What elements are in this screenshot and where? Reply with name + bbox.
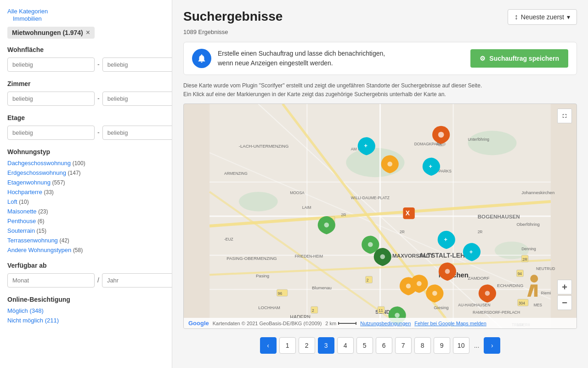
wohnungstyp-link[interactable]: Souterrain (15) [7,227,46,234]
sort-dropdown[interactable]: ↕ Neueste zuerst ▾ [508,9,577,25]
wohnungstyp-link[interactable]: Andere Wohnungstypen (58) [7,247,83,253]
sort-label: Neueste zuerst [521,13,564,21]
map-terms-link[interactable]: Nutzungsbedingungen [360,321,411,326]
zimmer-from[interactable] [7,92,95,106]
svg-text:FRIEDEN-HEIM: FRIEDEN-HEIM [295,254,323,259]
pagination-page-1[interactable]: 1 [279,337,296,354]
active-filter-tag: Mietwohnungen (1.974) × [7,27,95,39]
breadcrumb-sub[interactable]: Immobilien [13,15,42,22]
search-alert-left: Erstelle einen Suchauftrag und lasse dic… [192,49,385,68]
pagination-page-3[interactable]: 3 [318,337,334,354]
zimmer-sep: - [97,95,100,102]
etage-from[interactable] [7,126,95,140]
wohnungstyp-link[interactable]: Etagenwohnung (557) [7,179,65,186]
alert-text: Erstelle einen Suchauftrag und lasse dic… [218,49,385,68]
svg-text:+: + [429,163,432,170]
pagination-page-8[interactable]: 8 [414,337,431,354]
breadcrumb: Alle Kategorien Immobilien [7,7,164,22]
sidebar: Alle Kategorien Immobilien Mietwohnungen… [0,0,172,368]
pagination: ‹ 1 2 3 4 5 6 7 8 9 10 ... › [183,337,577,358]
breadcrumb-separator [51,7,53,15]
verfuegbar-month[interactable] [7,273,95,288]
list-item: Etagenwohnung (557) [7,178,164,186]
map-zoom-in[interactable]: + [557,280,572,294]
list-item: Dachgeschosswohnung (100) [7,159,164,167]
svg-text:NEUTRUD: NEUTRUD [536,266,555,271]
svg-text:Oberföhring: Oberföhring [517,222,540,227]
online-list: Möglich (348)Nicht möglich (211) [7,307,164,324]
svg-text:AU-HAIDHAUSEN: AU-HAIDHAUSEN [458,303,490,308]
list-item: Nicht möglich (211) [7,316,164,324]
results-count: 1089 Ergebnisse [183,29,577,35]
zimmer-to[interactable] [102,92,172,106]
zimmer-label: Zimmer [7,80,164,87]
wohnungstyp-link[interactable]: Terrassenwohnung (42) [7,237,69,244]
online-link[interactable]: Nicht möglich (211) [7,317,59,324]
wohnflaeche-to[interactable] [102,58,172,72]
svg-point-94 [417,281,422,286]
svg-text:+: + [444,236,447,243]
breadcrumb-all[interactable]: Alle Kategorien [7,8,48,15]
etage-range: - › [7,125,164,140]
wohnflaeche-range: - › [7,57,164,72]
save-search-button[interactable]: ⚙ Suchauftrag speichern [470,49,568,68]
svg-text:MOOSA: MOOSA [290,191,305,196]
wohnungstyp-link[interactable]: Loft (10) [7,198,29,205]
etage-to[interactable] [102,126,172,140]
svg-text:2R: 2R [400,230,405,235]
pagination-page-7[interactable]: 7 [395,337,412,354]
map-zoom-out[interactable]: − [557,295,572,310]
save-search-label: Suchauftrag speichern [489,55,559,62]
map-report-link[interactable]: Fehler bei Google Maps melden [414,321,486,326]
svg-text:Unterföhring: Unterföhring [468,137,489,142]
svg-point-83 [387,162,392,167]
svg-point-98 [530,275,538,283]
wohnungstyp-link[interactable]: Maisonette (23) [7,208,48,215]
active-filter-close[interactable]: × [86,29,90,36]
list-item: Maisonette (23) [7,207,164,215]
search-alert-banner: Erstelle einen Suchauftrag und lasse dic… [183,42,577,75]
svg-text:ARMENZING: ARMENZING [224,171,248,176]
svg-text:Blumenau: Blumenau [312,286,332,291]
map-logo: Google [188,320,209,327]
online-link[interactable]: Möglich (348) [7,307,44,314]
svg-point-90 [368,242,373,247]
svg-text:WILLI-DAUME-PLATZ: WILLI-DAUME-PLATZ [351,196,390,200]
pagination-page-2[interactable]: 2 [299,337,315,354]
svg-text:RAMERSDORF-PERLACH: RAMERSDORF-PERLACH [473,310,520,315]
zimmer-range: - › [7,91,164,106]
wohnungstyp-list: Dachgeschosswohnung (100)Erdgeschosswohn… [7,159,164,253]
svg-text:MES: MES [534,303,543,308]
pagination-ellipsis: ... [472,342,481,349]
map-fullscreen-button[interactable] [557,109,572,123]
map-zoom-controls: + − [557,280,572,310]
wohnungstyp-link[interactable]: Erdgeschosswohnung (147) [7,169,81,176]
verfuegbar-sep: / [97,276,99,284]
svg-text:+: + [364,143,367,150]
wohnflaeche-sep: - [97,61,100,68]
wohnungstyp-link[interactable]: Dachgeschosswohnung (100) [7,160,85,167]
pagination-next[interactable]: › [484,337,500,354]
svg-text:MAXVORSTADT: MAXVORSTADT [392,253,433,259]
pagination-page-9[interactable]: 9 [434,337,450,354]
pagination-prev[interactable]: ‹ [260,337,277,354]
results-header: Suchergebnisse ↕ Neueste zuerst ▾ [183,9,577,25]
wohnflaeche-label: Wohnfläche [7,46,164,53]
save-search-icon: ⚙ [480,55,486,62]
wohnungstyp-link[interactable]: Penthouse (6) [7,218,44,224]
svg-text:Riemi: Riemi [541,291,551,295]
wohnungstyp-link[interactable]: Hochparterre (33) [7,189,54,196]
pagination-page-6[interactable]: 6 [376,337,392,354]
map-footer: Google Kartendaten © 2021 GeoBasis-DE/BK… [184,318,577,328]
verfuegbar-year[interactable] [102,273,172,288]
map-svg: -LACH-UNTERMENZING ARMENZING MOOSA AM RI… [184,104,577,328]
pagination-page-4[interactable]: 4 [337,337,354,354]
wohnflaeche-from[interactable] [7,58,95,72]
pagination-page-10[interactable]: 10 [453,337,469,354]
svg-text:LAIM: LAIM [302,205,311,210]
pagination-page-5[interactable]: 5 [356,337,373,354]
map-copyright: Kartendaten © 2021 GeoBasis-DE/BKG (©200… [213,321,322,326]
svg-text:+: + [469,248,473,255]
etage-label: Etage [7,114,164,121]
svg-text:2R: 2R [522,257,527,262]
